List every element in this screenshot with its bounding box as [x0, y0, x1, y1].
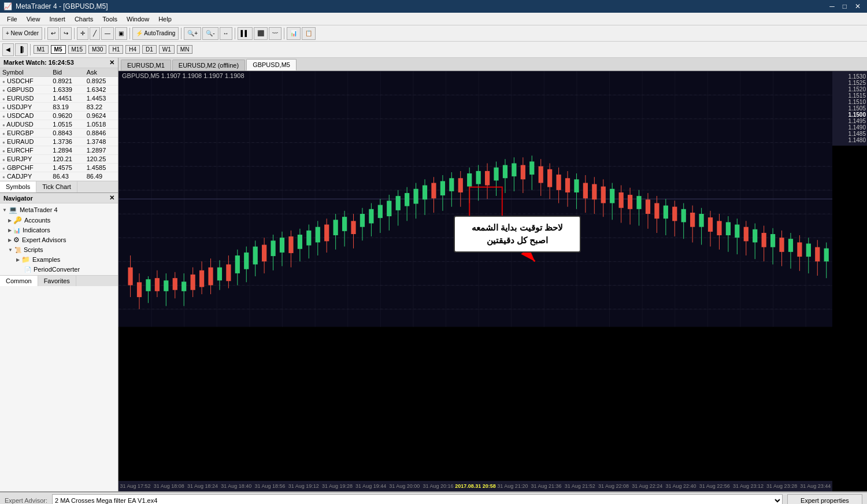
- menu-help[interactable]: Help: [154, 14, 176, 24]
- menu-charts[interactable]: Charts: [70, 14, 98, 24]
- svg-rect-100: [512, 164, 516, 177]
- chart-shift-button[interactable]: ↔: [220, 27, 232, 40]
- expert-properties-button[interactable]: Expert properties: [787, 494, 862, 504]
- svg-rect-126: [628, 195, 632, 209]
- market-watch-table: Symbol Bid Ask ● USDCHF 0.8921 0.8925 ● …: [0, 68, 118, 181]
- tab-symbols[interactable]: Symbols: [0, 181, 36, 192]
- nav-tab-common[interactable]: Common: [0, 276, 38, 286]
- market-watch-row[interactable]: ● EURJPY 120.21 120.25: [0, 155, 118, 164]
- market-watch-row[interactable]: ● USDCHF 0.8921 0.8925: [0, 77, 118, 86]
- nav-tab-favorites[interactable]: Favorites: [38, 276, 76, 286]
- expand-arrow-scripts: ▼: [8, 247, 13, 253]
- period-h1[interactable]: H1: [109, 45, 123, 54]
- period-h4[interactable]: H4: [125, 45, 140, 54]
- chart-tab-eurusd-m1[interactable]: EURUSD,M1: [121, 60, 171, 71]
- nav-row-indicators[interactable]: ▶ Indicators: [0, 226, 118, 234]
- time-3: 31 Aug 18:24: [186, 483, 219, 489]
- pc-icon: [9, 206, 17, 214]
- market-watch-row[interactable]: ● GBPCHF 1.4575 1.4585: [0, 164, 118, 172]
- period-m5[interactable]: M5: [51, 45, 66, 54]
- indicator-button[interactable]: 📊: [287, 27, 301, 40]
- price-7: 1.1500: [833, 112, 866, 118]
- price-8: 1.1495: [833, 118, 866, 124]
- nav-row-examples[interactable]: ▶ Examples: [0, 255, 118, 264]
- nav-label-examples: Examples: [32, 256, 60, 263]
- market-watch-close[interactable]: ✕: [109, 59, 114, 66]
- period-mn[interactable]: MN: [177, 45, 193, 54]
- chart-tab-eurusd-m2[interactable]: EURUSD,M2 (offline): [172, 60, 245, 71]
- cross-cursor-button[interactable]: ✛: [77, 27, 88, 40]
- close-button[interactable]: ✕: [852, 2, 864, 10]
- ask-cell: 1.3748: [84, 138, 118, 146]
- tab-tick-chart[interactable]: Tick Chart: [36, 181, 77, 192]
- market-watch-row[interactable]: ● CADJPY 86.43 86.49: [0, 172, 118, 181]
- svg-rect-70: [378, 205, 383, 218]
- navigator-close[interactable]: ✕: [109, 194, 114, 202]
- nav-row-period-converter[interactable]: PeriodConverter: [0, 265, 118, 273]
- title-bar-controls[interactable]: ─ □ ✕: [827, 2, 864, 10]
- market-watch-row[interactable]: ● USDJPY 83.19 83.22: [0, 103, 118, 112]
- maximize-button[interactable]: □: [840, 2, 850, 10]
- svg-rect-92: [476, 171, 481, 184]
- svg-rect-116: [583, 183, 588, 198]
- template-button[interactable]: 📋: [302, 27, 316, 40]
- svg-rect-76: [405, 193, 409, 206]
- nav-item-mt4: ▼ MetaTrader 4: [0, 205, 118, 215]
- time-13: 31 Aug 21:36: [529, 483, 563, 489]
- ask-cell: 86.49: [84, 172, 118, 181]
- toolbar-periods: ◀ ▐| M1 M5 M15 M30 H1 H4 D1 W1 MN: [0, 42, 867, 58]
- svg-rect-166: [806, 243, 811, 257]
- svg-rect-98: [503, 165, 507, 179]
- ea-dropdown[interactable]: 2 MA Crosses Mega filter EA V1.ex4: [52, 494, 783, 504]
- period-d1[interactable]: D1: [142, 45, 157, 54]
- svg-rect-138: [681, 209, 686, 223]
- chart-canvas[interactable]: GBPUSD,M5 1.1907 1.1908 1.1907 1.1908: [118, 71, 867, 491]
- nav-fwd-button[interactable]: ▐|: [15, 43, 28, 56]
- market-watch-row[interactable]: ● AUDUSD 1.0515 1.0518: [0, 120, 118, 129]
- line-chart-button[interactable]: 〰: [269, 27, 281, 40]
- bar-chart-button[interactable]: ▌▌: [238, 27, 253, 40]
- menu-file[interactable]: File: [2, 14, 22, 24]
- expand-arrow: ▼: [2, 207, 7, 213]
- redo-button[interactable]: ↪: [60, 27, 72, 40]
- menu-tools[interactable]: Tools: [98, 14, 122, 24]
- zoom-out-button[interactable]: 🔍-: [202, 27, 218, 40]
- title-bar-left: 📈 MetaTrader 4 - [GBPUSD,M5]: [3, 2, 108, 10]
- svg-rect-150: [735, 225, 739, 238]
- nav-back-button[interactable]: ◀: [2, 43, 14, 56]
- nav-row-accounts[interactable]: ▶ Accounts: [0, 216, 118, 225]
- market-watch-row[interactable]: ● EURCHF 1.2894 1.2897: [0, 146, 118, 155]
- nav-row-mt4[interactable]: ▼ MetaTrader 4: [0, 205, 118, 214]
- svg-rect-152: [744, 227, 749, 242]
- candle-chart-button[interactable]: ⬛: [254, 27, 268, 40]
- menu-insert[interactable]: Insert: [45, 14, 70, 24]
- nav-label-mt4: MetaTrader 4: [20, 206, 58, 213]
- new-order-button[interactable]: + New Order: [2, 27, 42, 40]
- market-watch-row[interactable]: ● USDCAD 0.9620 0.9624: [0, 112, 118, 120]
- menu-window[interactable]: Window: [122, 14, 154, 24]
- line-button[interactable]: ╱: [90, 27, 100, 40]
- market-watch-row[interactable]: ● EURUSD 1.4451 1.4453: [0, 94, 118, 103]
- period-w1[interactable]: W1: [159, 45, 175, 54]
- period-m30[interactable]: M30: [88, 45, 106, 54]
- nav-row-ea[interactable]: ▶ Expert Advisors: [0, 235, 118, 244]
- undo-button[interactable]: ↩: [47, 27, 59, 40]
- nav-row-scripts[interactable]: ▼ Scripts: [0, 246, 118, 254]
- chart-tabs: EURUSD,M1 EURUSD,M2 (offline) GBPUSD,M5: [118, 58, 867, 71]
- autotrading-button[interactable]: ⚡ AutoTrading: [132, 27, 179, 40]
- period-m15[interactable]: M15: [68, 45, 86, 54]
- navigator-header: Navigator ✕: [0, 193, 118, 203]
- hline-button[interactable]: —: [101, 27, 114, 40]
- market-watch-row[interactable]: ● GBPUSD 1.6339 1.6342: [0, 86, 118, 94]
- period-m1[interactable]: M1: [34, 45, 49, 54]
- market-watch-row[interactable]: ● EURGBP 0.8843 0.8846: [0, 129, 118, 138]
- time-8: 31 Aug 19:44: [354, 483, 388, 489]
- period-button[interactable]: ▣: [115, 27, 127, 40]
- chart-tab-gbpusd-m5[interactable]: GBPUSD,M5: [246, 59, 297, 71]
- svg-rect-148: [726, 222, 731, 235]
- zoom-in-button[interactable]: 🔍+: [184, 27, 201, 40]
- menu-view[interactable]: View: [22, 14, 45, 24]
- svg-rect-104: [529, 161, 534, 175]
- minimize-button[interactable]: ─: [827, 2, 838, 10]
- market-watch-row[interactable]: ● EURAUD 1.3736 1.3748: [0, 138, 118, 146]
